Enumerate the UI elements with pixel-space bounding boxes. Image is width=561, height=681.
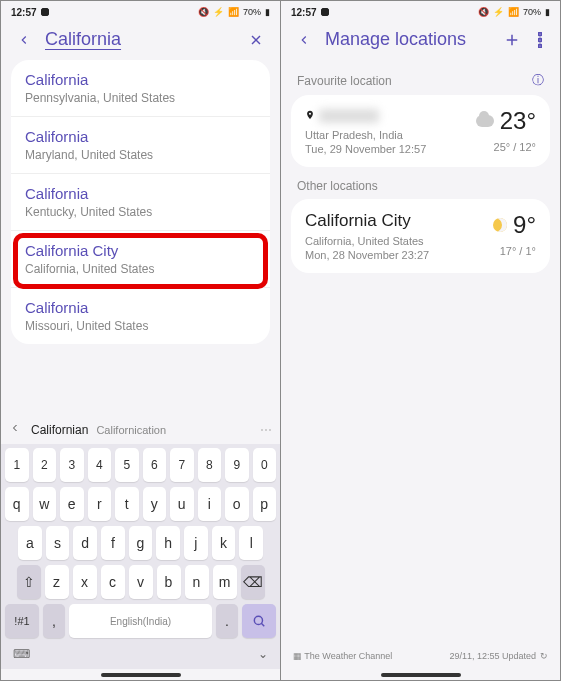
key-3[interactable]: 3 — [60, 448, 84, 482]
suggestion-back[interactable] — [9, 422, 25, 438]
result-item[interactable]: California Pennsylvania, United States — [11, 60, 270, 117]
favourite-card[interactable]: Uttar Pradesh, India Tue, 29 November 12… — [291, 95, 550, 167]
key-d[interactable]: d — [73, 526, 97, 560]
back-button[interactable] — [15, 31, 33, 49]
favourite-time: Tue, 29 November 12:57 — [305, 143, 476, 155]
key-n[interactable]: n — [185, 565, 209, 599]
back-button[interactable] — [295, 31, 313, 49]
result-item[interactable]: California City California, United State… — [11, 231, 270, 288]
symbols-key[interactable]: !#1 — [5, 604, 39, 638]
search-header: California — [1, 23, 280, 60]
key-8[interactable]: 8 — [198, 448, 222, 482]
result-sub: California, United States — [25, 262, 256, 276]
key-m[interactable]: m — [213, 565, 237, 599]
updated-text: 29/11, 12:55 Updated — [449, 651, 536, 661]
suggestion-bar: Californian Californication ⋯ — [1, 416, 280, 444]
key-7[interactable]: 7 — [170, 448, 194, 482]
status-bar: 12:57 🔇 ⚡ 📶 70% ▮ — [281, 1, 560, 23]
other-temp: 9° — [493, 211, 536, 239]
key-h[interactable]: h — [156, 526, 180, 560]
result-name: California — [25, 128, 256, 145]
result-item[interactable]: California Missouri, United States — [11, 288, 270, 344]
clear-button[interactable] — [246, 30, 266, 50]
keyboard-down-icon[interactable]: ⌄ — [258, 647, 268, 661]
nav-handle[interactable] — [381, 673, 461, 677]
svg-point-7 — [539, 38, 542, 41]
cloud-icon — [476, 115, 494, 127]
result-name: California City — [25, 242, 256, 259]
key-r[interactable]: r — [88, 487, 112, 521]
shift-key[interactable]: ⇧ — [17, 565, 41, 599]
favourite-location — [305, 107, 476, 125]
favourite-region: Uttar Pradesh, India — [305, 129, 476, 141]
result-sub: Maryland, United States — [25, 148, 256, 162]
result-name: California — [25, 71, 256, 88]
key-5[interactable]: 5 — [115, 448, 139, 482]
key-i[interactable]: i — [198, 487, 222, 521]
battery-icon: ▮ — [545, 7, 550, 17]
backspace-key[interactable]: ⌫ — [241, 565, 265, 599]
key-b[interactable]: b — [157, 565, 181, 599]
key-6[interactable]: 6 — [143, 448, 167, 482]
suggestion-2[interactable]: Californication — [96, 424, 166, 436]
key-x[interactable]: x — [73, 565, 97, 599]
key-o[interactable]: o — [225, 487, 249, 521]
search-key[interactable] — [242, 604, 276, 638]
key-9[interactable]: 9 — [225, 448, 249, 482]
key-t[interactable]: t — [115, 487, 139, 521]
comma-key[interactable]: , — [43, 604, 65, 638]
suggestion-1[interactable]: Californian — [31, 423, 88, 437]
key-v[interactable]: v — [129, 565, 153, 599]
key-l[interactable]: l — [239, 526, 263, 560]
search-screen: 12:57 🔇 ⚡ 📶 70% ▮ California California … — [1, 1, 280, 680]
status-icons: 🔇 ⚡ 📶 70% ▮ — [198, 7, 270, 17]
key-g[interactable]: g — [129, 526, 153, 560]
weather-brand: ▦ The Weather Channel — [293, 651, 392, 661]
svg-point-6 — [539, 32, 542, 35]
favourite-temp: 23° — [476, 107, 536, 135]
space-key[interactable]: English(India) — [69, 604, 212, 638]
favourite-name-hidden — [319, 109, 379, 123]
key-q[interactable]: q — [5, 487, 29, 521]
key-w[interactable]: w — [33, 487, 57, 521]
key-2[interactable]: 2 — [33, 448, 57, 482]
status-icons: 🔇 ⚡ 📶 70% ▮ — [478, 7, 550, 17]
battery-icon: ▮ — [265, 7, 270, 17]
key-0[interactable]: 0 — [253, 448, 277, 482]
other-card[interactable]: California City California, United State… — [291, 199, 550, 273]
key-c[interactable]: c — [101, 565, 125, 599]
suggestion-more[interactable]: ⋯ — [260, 423, 272, 437]
search-input[interactable]: California — [45, 29, 234, 50]
result-item[interactable]: California Kentucky, United States — [11, 174, 270, 231]
more-button[interactable] — [534, 30, 546, 50]
info-icon[interactable]: ⓘ — [532, 72, 544, 89]
key-k[interactable]: k — [212, 526, 236, 560]
key-z[interactable]: z — [45, 565, 69, 599]
other-time: Mon, 28 November 23:27 — [305, 249, 493, 261]
result-sub: Missouri, United States — [25, 319, 256, 333]
keyboard-collapse-icon[interactable]: ⌨ — [13, 647, 30, 661]
key-1[interactable]: 1 — [5, 448, 29, 482]
key-u[interactable]: u — [170, 487, 194, 521]
refresh-icon[interactable]: ↻ — [540, 651, 548, 661]
page-title: Manage locations — [325, 29, 490, 50]
notification-icon — [41, 8, 49, 16]
key-y[interactable]: y — [143, 487, 167, 521]
key-j[interactable]: j — [184, 526, 208, 560]
key-s[interactable]: s — [46, 526, 70, 560]
dot-key[interactable]: . — [216, 604, 238, 638]
result-sub: Kentucky, United States — [25, 205, 256, 219]
keyboard: 1 2 3 4 5 6 7 8 9 0 q w e r t y u i o p … — [1, 444, 280, 669]
nav-handle[interactable] — [101, 673, 181, 677]
svg-line-3 — [261, 623, 264, 626]
battery-text: 70% — [243, 7, 261, 17]
key-f[interactable]: f — [101, 526, 125, 560]
key-4[interactable]: 4 — [88, 448, 112, 482]
key-a[interactable]: a — [18, 526, 42, 560]
add-button[interactable] — [502, 30, 522, 50]
key-p[interactable]: p — [253, 487, 277, 521]
key-e[interactable]: e — [60, 487, 84, 521]
result-item[interactable]: California Maryland, United States — [11, 117, 270, 174]
clock: 12:57 — [11, 7, 37, 18]
svg-point-9 — [309, 113, 311, 115]
